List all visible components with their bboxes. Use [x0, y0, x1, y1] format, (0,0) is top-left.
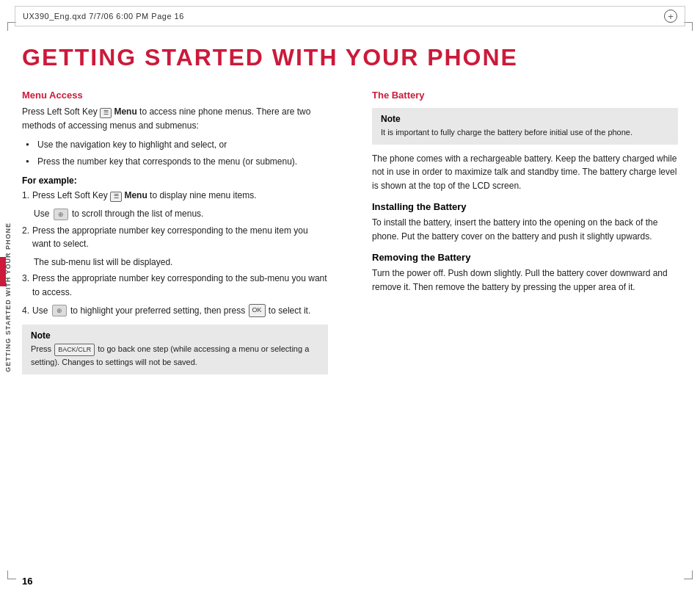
for-example-label: For example:	[22, 175, 328, 186]
left-column: Menu Access Press Left Soft Key ☰ Menu t…	[22, 90, 339, 382]
page-container: UX390_Eng.qxd 7/7/06 6:00 PM Page 16 GET…	[0, 0, 700, 594]
note-text-right: It is important to fully charge the batt…	[381, 126, 669, 139]
corner-mark-bl	[7, 571, 16, 579]
step-2-sub: The sub-menu list will be displayed.	[34, 256, 328, 269]
step-1: 1. Press Left Soft Key ☰ Menu to display…	[22, 189, 328, 203]
removing-text: Turn the power off. Push down slightly. …	[372, 267, 678, 294]
menu-key-icon: ☰	[100, 108, 112, 118]
bullet-list: Use the navigation key to highlight and …	[26, 138, 328, 168]
corner-mark-br	[684, 571, 693, 579]
note-box-left: Note Press BACK/CLR to go back one step …	[22, 325, 328, 374]
nav-icon-1: ⊕	[54, 209, 68, 220]
step-1-sub: Use ⊕ to scroll through the list of menu…	[34, 207, 328, 221]
step-2: 2. Press the appropriate number key corr…	[22, 224, 328, 251]
bullet-item-1: Use the navigation key to highlight and …	[26, 138, 328, 152]
page-number: 16	[22, 576, 32, 587]
removing-heading: Removing the Battery	[372, 252, 678, 263]
two-column-layout: Menu Access Press Left Soft Key ☰ Menu t…	[22, 90, 678, 382]
step-3: 3. Press the appropriate number key corr…	[22, 272, 328, 299]
ok-icon: OK	[249, 304, 266, 317]
battery-heading: The Battery	[372, 90, 678, 101]
content-area: GETTING STARTED WITH YOUR PHONE Menu Acc…	[22, 37, 678, 572]
crosshair-icon	[664, 10, 677, 23]
menu-bold-label: Menu	[114, 106, 136, 117]
note-title-right: Note	[381, 114, 669, 124]
bullet-item-2: Press the number key that corresponds to…	[26, 155, 328, 169]
installing-heading: Installing the Battery	[372, 201, 678, 212]
note-text-left: Press BACK/CLR to go back one step (whil…	[31, 343, 319, 368]
header-bar: UX390_Eng.qxd 7/7/06 6:00 PM Page 16	[15, 6, 685, 26]
step-4: 4. Use ⊕ to highlight your preferred set…	[22, 304, 328, 318]
numbered-steps: 1. Press Left Soft Key ☰ Menu to display…	[22, 189, 328, 317]
sidebar-label-container: GETTING STARTED WITH YOUR PHONE	[0, 147, 16, 447]
installing-text: To install the battery, insert the batte…	[372, 216, 678, 243]
battery-intro-text: The phone comes with a rechargeable batt…	[372, 152, 678, 193]
note-box-right: Note It is important to fully charge the…	[372, 108, 678, 145]
back-icon: BACK/CLR	[54, 344, 95, 357]
right-column: The Battery Note It is important to full…	[361, 90, 678, 382]
nav-icon-2: ⊕	[52, 305, 67, 316]
menu-access-heading: Menu Access	[22, 90, 328, 101]
step1-menu-key-icon: ☰	[110, 192, 122, 202]
file-info: UX390_Eng.qxd 7/7/06 6:00 PM Page 16	[23, 12, 184, 21]
sidebar-label: GETTING STARTED WITH YOUR PHONE	[4, 222, 12, 372]
note-title-left: Note	[31, 330, 319, 341]
menu-access-intro: Press Left Soft Key ☰ Menu to access nin…	[22, 105, 328, 132]
page-title: GETTING STARTED WITH YOUR PHONE	[22, 44, 678, 71]
